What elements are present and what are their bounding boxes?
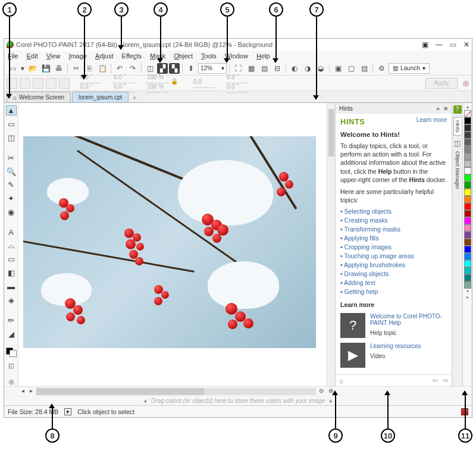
swatch[interactable] bbox=[464, 146, 471, 153]
docker-back-icon[interactable]: ⇦ bbox=[433, 377, 438, 384]
swatch[interactable] bbox=[464, 239, 471, 246]
nav-prev-icon[interactable]: ◂ bbox=[18, 387, 27, 396]
background-swatch[interactable] bbox=[10, 350, 17, 357]
redeye-tool[interactable]: ◉ bbox=[6, 207, 17, 217]
palette-flyout-icon[interactable]: ▸ bbox=[466, 295, 469, 301]
swatch[interactable] bbox=[464, 181, 471, 189]
swatch[interactable] bbox=[464, 196, 471, 203]
print-button[interactable]: 🖶 bbox=[53, 62, 65, 74]
swatch[interactable] bbox=[464, 132, 471, 139]
menubar[interactable]: File Edit View Image Adjust Effects Mask… bbox=[4, 51, 472, 61]
swatch[interactable] bbox=[464, 124, 471, 132]
open-button[interactable]: 📂 bbox=[27, 62, 39, 74]
resource-help[interactable]: ? Welcome to Corel PHOTO-PAINT HelpHelp … bbox=[340, 313, 447, 338]
opt1-button[interactable]: ▣ bbox=[332, 62, 344, 74]
close-icon[interactable]: ✕ bbox=[464, 40, 469, 49]
topic-link[interactable]: Drawing objects bbox=[340, 270, 447, 277]
text-tool[interactable]: A bbox=[6, 227, 17, 237]
maximize-icon[interactable]: ▭ bbox=[450, 40, 456, 49]
canvas-vscroll[interactable] bbox=[327, 103, 335, 386]
zoom-tool[interactable]: 🔍 bbox=[6, 167, 17, 177]
docker-close-icon[interactable]: ✕ bbox=[443, 105, 448, 112]
menu-object[interactable]: Object bbox=[174, 52, 193, 60]
swatch[interactable] bbox=[464, 167, 471, 174]
tx-field[interactable]: 0.0 " bbox=[226, 74, 248, 83]
menu-tools[interactable]: Tools bbox=[201, 52, 217, 60]
minimize-icon[interactable]: — bbox=[436, 40, 443, 49]
object-manager-tab[interactable]: Object Manager bbox=[454, 149, 461, 192]
redo-button[interactable]: ↷ bbox=[127, 62, 139, 74]
reset-swatch[interactable]: ◱ bbox=[6, 361, 17, 371]
topic-link[interactable]: Creating masks bbox=[340, 217, 447, 224]
swatch[interactable] bbox=[464, 203, 471, 210]
menu-adjust[interactable]: Adjust bbox=[95, 52, 114, 60]
swatch[interactable] bbox=[464, 189, 471, 196]
apply-button[interactable]: Apply bbox=[425, 78, 458, 89]
menu-edit[interactable]: Edit bbox=[27, 52, 38, 60]
topic-link[interactable]: Applying brushstrokes bbox=[340, 261, 447, 268]
swatch[interactable] bbox=[464, 139, 471, 146]
export-button[interactable]: ▚ bbox=[169, 63, 180, 74]
resource-video[interactable]: ▶ Learning resourcesVideo bbox=[340, 343, 447, 368]
cut-button[interactable]: ✂ bbox=[70, 62, 82, 74]
new-tab-button[interactable]: ＋ bbox=[130, 93, 139, 102]
canvas-hscroll[interactable] bbox=[36, 388, 316, 395]
mask-transform-tool[interactable]: ◫ bbox=[6, 133, 17, 143]
docker-collapse-icon[interactable]: » bbox=[436, 105, 440, 112]
crop-tool[interactable]: ✂ bbox=[6, 153, 17, 163]
lock-ratio[interactable]: 🔒 bbox=[171, 78, 181, 89]
nav-next-icon[interactable]: ▸ bbox=[27, 387, 35, 396]
swatch[interactable] bbox=[464, 246, 471, 253]
swatch[interactable] bbox=[464, 174, 471, 181]
color-dropzone[interactable]: ◂ Drag colors (or objects) here to store… bbox=[4, 396, 472, 405]
mask-button[interactable]: ◐ bbox=[289, 62, 300, 74]
menu-view[interactable]: View bbox=[46, 52, 61, 60]
topic-link[interactable]: Selecting objects bbox=[340, 208, 447, 215]
topic-link[interactable]: Touching up image areas bbox=[340, 252, 447, 259]
fullscreen-button[interactable]: ⛶ bbox=[232, 62, 244, 74]
clone-button[interactable]: ◫ bbox=[144, 62, 156, 74]
tab-document[interactable]: lorem_ipsum.cpt bbox=[72, 92, 129, 102]
swatch[interactable] bbox=[464, 231, 471, 239]
topic-link[interactable]: Adding text bbox=[340, 279, 447, 286]
swatch[interactable] bbox=[464, 117, 471, 124]
docker-fwd-icon[interactable]: ⇨ bbox=[443, 377, 448, 384]
toolbar-expand-icon[interactable]: ⊕ bbox=[462, 79, 469, 88]
options-button[interactable]: ⚙ bbox=[375, 62, 387, 74]
palette-down-icon[interactable]: ▾ bbox=[466, 289, 469, 295]
swatch[interactable] bbox=[464, 153, 471, 160]
objmgr-tab-icon[interactable]: ◫ bbox=[453, 139, 462, 148]
topic-link[interactable]: Cropping images bbox=[340, 243, 447, 251]
pos-mode-4[interactable] bbox=[46, 78, 57, 89]
dropshadow-tool[interactable]: ▬ bbox=[6, 281, 17, 292]
eraser-tool[interactable]: ◧ bbox=[6, 268, 17, 278]
pick-tool[interactable]: ▲ bbox=[6, 105, 17, 115]
publish-button[interactable]: ⬆ bbox=[185, 62, 197, 74]
maskoverlay-button[interactable]: ◑ bbox=[302, 62, 314, 74]
pos-mode-1[interactable] bbox=[7, 78, 17, 89]
swatch[interactable] bbox=[464, 274, 471, 281]
swatch[interactable] bbox=[464, 160, 471, 167]
pos-mode-2[interactable] bbox=[20, 78, 30, 89]
sx-field[interactable]: 100 % bbox=[146, 74, 168, 83]
swatch[interactable] bbox=[464, 253, 471, 260]
new-dropdown[interactable]: ▾ bbox=[20, 62, 26, 74]
zoomout-icon[interactable]: ⊖ bbox=[317, 387, 325, 396]
transparency-tool[interactable]: ◈ bbox=[6, 295, 17, 305]
w-field[interactable]: 0.0 " bbox=[112, 74, 135, 83]
undo-button[interactable]: ↶ bbox=[114, 62, 126, 74]
save-button[interactable]: 💾 bbox=[40, 62, 52, 74]
menu-help[interactable]: Help bbox=[256, 52, 270, 60]
swatch[interactable] bbox=[464, 210, 471, 217]
child-maximize-icon[interactable]: ▣ bbox=[422, 40, 428, 49]
touchup-tool[interactable]: ⌓ bbox=[6, 241, 17, 251]
mask-rect-tool[interactable]: ▭ bbox=[6, 119, 17, 129]
menu-effects[interactable]: Effects bbox=[122, 52, 142, 60]
swatch[interactable] bbox=[464, 267, 471, 274]
swatch[interactable] bbox=[464, 281, 471, 289]
topic-link[interactable]: Applying fills bbox=[340, 234, 447, 242]
guides-button[interactable]: ⊟ bbox=[271, 62, 283, 74]
color-swatches[interactable] bbox=[6, 348, 17, 358]
docker-home-icon[interactable]: ⌂ bbox=[339, 377, 343, 384]
grid-button[interactable]: ▤ bbox=[258, 62, 270, 74]
